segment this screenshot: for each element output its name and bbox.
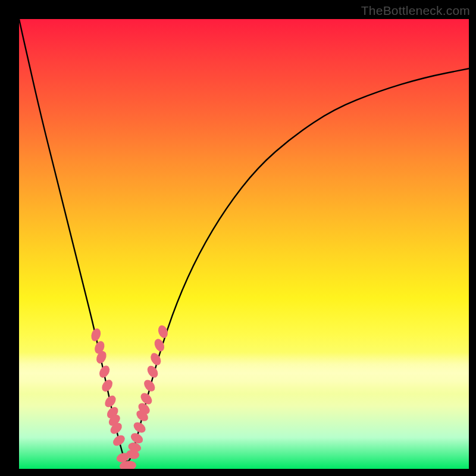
highlight-marker	[145, 364, 160, 380]
bottleneck-curve	[19, 19, 469, 462]
highlight-marker	[98, 364, 112, 380]
highlighted-points	[90, 324, 170, 469]
highlight-marker	[111, 433, 127, 448]
highlight-marker	[149, 351, 163, 367]
highlight-marker	[156, 324, 170, 340]
watermark-text: TheBottleneck.com	[361, 4, 470, 18]
highlight-marker	[103, 393, 118, 409]
highlight-marker	[131, 420, 148, 435]
highlight-marker	[100, 378, 115, 394]
plot-svg	[19, 19, 469, 469]
highlight-marker	[90, 327, 102, 343]
chart-frame: TheBottleneck.com	[0, 0, 476, 476]
plot-area	[19, 19, 469, 469]
